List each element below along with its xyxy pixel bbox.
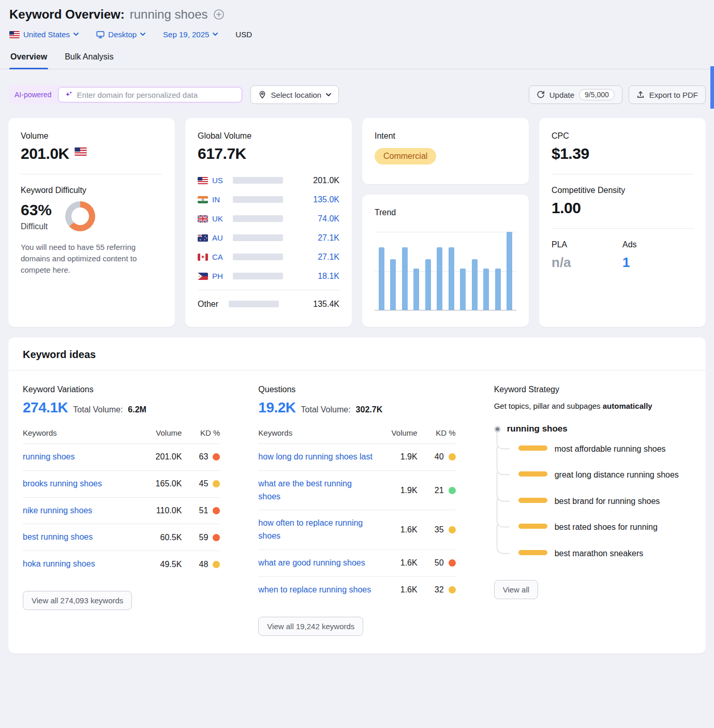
keyword-kd: 35 [435,525,444,534]
filter-bar: United States Desktop Sep 19, 2025 USD [9,30,705,39]
country-row-ca: CA 27.1K [198,247,339,266]
country-code[interactable]: AU [212,233,229,242]
trend-bar [472,259,478,310]
table-row: how long do running shoes last 1.9K 40 [258,444,455,471]
keyword-ideas-title: Keyword ideas [23,349,96,360]
topic-pill-icon [518,445,547,451]
keyword-link[interactable]: how often to replace running shoes [258,518,363,540]
scrollbar-thumb[interactable] [710,66,714,109]
column-header-volume: Volume [138,428,182,444]
volume-bar [229,301,279,307]
volume-bar [233,196,283,203]
keyword-link[interactable]: nike running shoes [23,506,92,515]
keyword-strategy-column: Keyword Strategy Get topics, pillar and … [494,385,691,636]
select-location-button[interactable]: Select location [250,85,339,104]
strategy-subtitle: Get topics, pillar and subpages automati… [494,402,691,410]
other-label: Other [198,300,225,309]
domain-input[interactable] [77,91,235,99]
view-all-variations-button[interactable]: View all 274,093 keywords [23,591,132,610]
keyword-difficulty-label: Keyword Difficulty [21,186,162,195]
ph-flag-icon [198,273,208,280]
update-button[interactable]: Update 9/5,000 [529,85,622,104]
keyword-difficulty-note: You will need to have 55 referring domai… [21,242,162,275]
table-row: best running shoes 60.5K 59 [23,524,220,551]
topic-pill-icon [518,498,547,503]
keyword-kd: 59 [199,533,209,542]
tab-overview[interactable]: Overview [9,52,48,69]
country-row-in: IN 135.0K [198,190,339,209]
country-code[interactable]: UK [212,214,229,223]
volume-bar [233,254,283,260]
uk-flag-icon [198,215,208,222]
keyword-link[interactable]: when to replace running shoes [258,585,371,594]
intent-badge[interactable]: Commercial [375,148,436,165]
strategy-item: best marathon sneakers [497,541,691,567]
keyword-kd: 48 [199,560,209,569]
page-header: Keyword Overview: running shoes United S… [0,0,714,69]
country-row-au: AU 27.1K [198,228,339,247]
keyword-kd: 63 [199,452,209,462]
questions-title: Questions [258,385,455,394]
trend-bar [437,247,442,310]
ads-value[interactable]: 1 [622,255,693,271]
volume-value: 201.0K [21,145,69,162]
device-filter[interactable]: Desktop [96,30,145,39]
kd-difficulty-dot [449,586,456,593]
keyword-link[interactable]: how long do running shoes last [258,452,373,461]
country-volume: 27.1K [318,233,339,243]
volume-bar [233,234,283,241]
trend-bar [449,247,454,310]
cpc-value: $1.39 [552,145,693,162]
strategy-root-keyword: running shoes [507,424,568,434]
country-filter[interactable]: United States [9,30,79,39]
keyword-link[interactable]: best running shoes [23,532,93,541]
keyword-ideas-section: Keyword ideas Keyword Variations 274.1K … [8,337,706,653]
country-code[interactable]: PH [212,272,229,280]
page-title-keyword: running shoes [130,7,208,22]
keyword-variations-column: Keyword Variations 274.1K Total Volume: … [23,385,220,636]
keyword-volume: 1.6K [374,576,418,603]
keyword-volume: 1.9K [374,444,418,471]
keyword-link[interactable]: hoka running shoes [23,559,95,568]
trend-bar [379,247,384,310]
volume-bar [233,177,283,184]
keyword-overview-page: Keyword Overview: running shoes United S… [0,0,714,728]
export-icon [636,91,645,99]
add-keyword-icon[interactable] [213,9,225,20]
table-row: nike running shoes 110.0K 51 [23,497,220,524]
keyword-link[interactable]: brooks running shoes [23,479,102,488]
country-filter-label: United States [23,30,70,39]
strategy-item: most affordable running shoes [497,436,691,462]
keyword-volume: 1.6K [374,549,418,576]
country-code[interactable]: US [212,176,229,185]
export-pdf-label: Export to PDF [649,91,698,99]
ads-label: Ads [622,240,693,249]
keyword-volume: 165.0K [138,470,182,497]
view-all-questions-button[interactable]: View all 19,242 keywords [258,617,363,636]
keyword-kd: 40 [435,452,444,462]
trend-label: Trend [375,208,516,217]
table-row: when to replace running shoes 1.6K 32 [258,576,455,603]
keyword-kd: 21 [435,486,444,495]
export-pdf-button[interactable]: Export to PDF [629,85,706,104]
trend-bar [507,232,512,310]
ai-powered-badge: AI-powered [8,91,58,99]
volume-bar [233,215,283,222]
page-title: Keyword Overview: [9,7,125,22]
kd-difficulty-dot [449,526,456,533]
date-filter[interactable]: Sep 19, 2025 [163,30,218,39]
kd-difficulty-dot [449,559,456,567]
keyword-link[interactable]: running shoes [23,452,75,461]
trend-bar [390,259,396,310]
country-code[interactable]: IN [212,195,229,204]
keyword-link[interactable]: what are good running shoes [258,558,365,567]
column-header-volume: Volume [374,428,418,444]
keyword-link[interactable]: what are the best running shoes [258,479,352,501]
tab-bulk-analysis[interactable]: Bulk Analysis [64,52,114,69]
kd-difficulty-dot [213,480,220,487]
trend-bar [402,247,408,310]
update-label: Update [549,91,574,99]
country-code[interactable]: CA [212,252,229,261]
column-header-kd: KD % [418,428,456,444]
view-all-strategy-button[interactable]: View all [494,580,538,599]
